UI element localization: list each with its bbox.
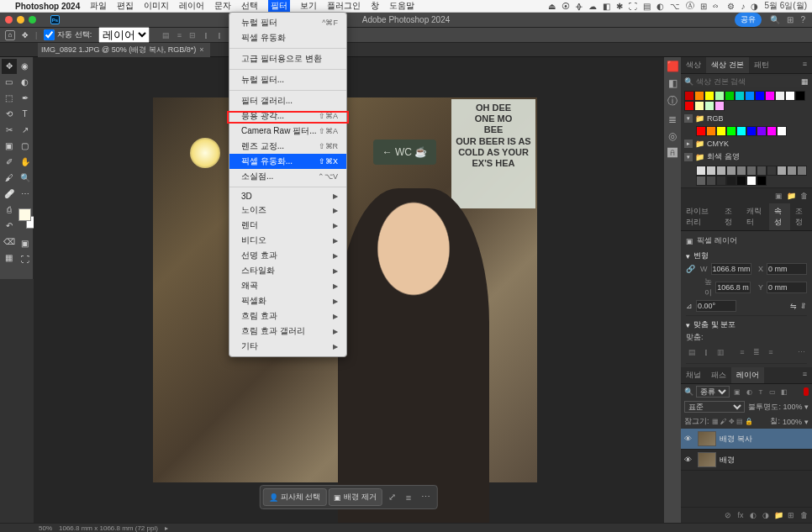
adjustment-icon[interactable]: ◑: [761, 510, 771, 520]
tab-patterns[interactable]: 패턴: [749, 57, 774, 73]
menu-select[interactable]: 선택: [241, 0, 258, 12]
filter-adjust-icon[interactable]: ◐: [744, 387, 754, 397]
align-right-icon[interactable]: ▥: [714, 346, 726, 358]
new-swatch-icon[interactable]: ▣: [773, 191, 783, 201]
crop-tool[interactable]: ✂: [2, 123, 17, 138]
status-icon[interactable]: ☁: [588, 2, 597, 11]
swatch[interactable]: [765, 91, 775, 101]
new-layer-icon[interactable]: ⊞: [786, 510, 796, 520]
menu-window[interactable]: 창: [371, 0, 379, 12]
flip-h-icon[interactable]: ⇋: [790, 302, 797, 310]
ctx-transform-icon[interactable]: ⤢: [384, 489, 400, 505]
menu-item[interactable]: 비디오▶: [229, 233, 346, 248]
hand-tool[interactable]: ✋: [18, 155, 33, 170]
swatch-group-gray[interactable]: ▾📁회색 음영: [681, 150, 812, 164]
dock-icon[interactable]: ≣: [668, 113, 677, 125]
move-tool-icon[interactable]: ✥: [22, 31, 29, 40]
swatch[interactable]: [746, 126, 757, 136]
swatch[interactable]: [767, 126, 777, 136]
status-icon[interactable]: ⚙: [727, 2, 735, 11]
swatch[interactable]: [706, 176, 716, 186]
lock-nest-icon[interactable]: ▤: [736, 418, 743, 425]
workspace-icon[interactable]: ⊞: [787, 15, 794, 24]
maximize-button[interactable]: [29, 16, 36, 24]
menu-item[interactable]: 3D▶: [229, 190, 346, 203]
menu-view[interactable]: 보기: [300, 0, 317, 12]
swatch[interactable]: [785, 91, 795, 101]
tab-swatches[interactable]: 색상 견본: [706, 57, 749, 73]
menubar-date[interactable]: 5월 6일(월): [764, 0, 807, 12]
swatch[interactable]: [696, 126, 706, 136]
align-icon[interactable]: ≡: [173, 29, 185, 41]
angle-input[interactable]: [696, 300, 736, 312]
edit-toolbar[interactable]: ⋯: [18, 187, 33, 202]
status-icon[interactable]: ᯅ: [713, 2, 721, 11]
zoom-level[interactable]: 50%: [39, 524, 52, 532]
stamp-tool[interactable]: ⎙: [2, 203, 17, 218]
tab-libraries[interactable]: 라이브러리: [681, 203, 720, 230]
eraser-tool[interactable]: ⌫: [2, 234, 17, 250]
history-brush[interactable]: ↶: [2, 219, 17, 234]
artboard-tool[interactable]: ▭: [2, 75, 17, 90]
swatch[interactable]: [716, 126, 726, 136]
swatch[interactable]: [684, 91, 694, 101]
menu-image[interactable]: 이미지: [144, 0, 169, 12]
menu-item[interactable]: 고급 필터용으로 변환: [229, 51, 346, 66]
menu-edit[interactable]: 편집: [117, 0, 134, 12]
swatch[interactable]: [797, 166, 807, 176]
width-input[interactable]: [711, 263, 751, 275]
status-icon[interactable]: ◑: [751, 2, 758, 11]
swatch[interactable]: [706, 166, 716, 176]
select-subject-button[interactable]: 👤피사체 선택: [263, 488, 327, 506]
help-icon[interactable]: ?: [800, 15, 805, 24]
height-input[interactable]: [715, 282, 751, 293]
swatch[interactable]: [704, 91, 714, 101]
eyedropper-tool[interactable]: ✐: [2, 155, 17, 170]
swatch[interactable]: [716, 166, 726, 176]
lock-paint-icon[interactable]: 🖌: [720, 418, 727, 425]
app-menu[interactable]: Photoshop 2024: [15, 2, 80, 11]
dock-icon[interactable]: ◎: [668, 130, 677, 142]
lock-trans-icon[interactable]: ▦: [712, 418, 719, 425]
document-tab[interactable]: IMG_0892 1.JPG @ 50% (배경 복사, RGB/8*)×: [38, 43, 210, 57]
shape-tool[interactable]: ▢: [18, 139, 33, 154]
swatch[interactable]: [726, 176, 736, 186]
swatch[interactable]: [696, 176, 706, 186]
frame-tool[interactable]: ▣: [2, 139, 17, 154]
menu-item[interactable]: 필터 갤러리...: [229, 93, 346, 108]
lasso-tool[interactable]: ⟲: [2, 107, 17, 122]
swatch[interactable]: [736, 176, 746, 186]
lock-all-icon[interactable]: 🔒: [745, 418, 753, 425]
close-button[interactable]: [5, 16, 13, 24]
swatch[interactable]: [777, 126, 787, 136]
swatch[interactable]: [706, 126, 716, 136]
tab-color[interactable]: 색상: [681, 57, 706, 73]
status-icon[interactable]: ◐: [656, 2, 664, 11]
align-icon[interactable]: ⊟: [187, 29, 198, 41]
panel-menu-icon[interactable]: ≡: [798, 57, 812, 73]
menu-item[interactable]: 노이즈▶: [229, 203, 346, 218]
home-button[interactable]: Ps: [50, 15, 60, 24]
menu-item[interactable]: 뉴럴 필터^⌘F: [229, 15, 346, 30]
panel-menu-icon[interactable]: ≡: [798, 367, 812, 383]
filter-type-icon[interactable]: T: [756, 387, 766, 397]
dock-icon[interactable]: 🅰: [667, 147, 678, 159]
group-icon[interactable]: 📁: [773, 510, 783, 520]
align-icon[interactable]: ⫿: [200, 29, 212, 41]
marquee-tool[interactable]: ⬚: [2, 91, 17, 106]
lock-pos-icon[interactable]: ✥: [729, 418, 735, 425]
blend-mode-select[interactable]: 표준: [684, 401, 745, 413]
path-tool[interactable]: ↗: [18, 123, 33, 138]
swatch[interactable]: [714, 101, 725, 111]
menu-type[interactable]: 문자: [214, 0, 231, 12]
screen-mode-icon[interactable]: ⛶: [18, 251, 33, 266]
menu-item[interactable]: 렌즈 교정...⇧⌘R: [229, 139, 346, 154]
status-icon[interactable]: ᚖ: [576, 2, 583, 11]
mask-icon[interactable]: ◐: [748, 510, 758, 520]
blur-tool[interactable]: ◉: [18, 59, 33, 74]
flip-v-icon[interactable]: ⥯: [800, 302, 807, 310]
swatch[interactable]: [736, 126, 746, 136]
swatch[interactable]: [726, 126, 736, 136]
swatch[interactable]: [714, 91, 725, 101]
ctx-more-icon[interactable]: ⋯: [417, 489, 435, 505]
